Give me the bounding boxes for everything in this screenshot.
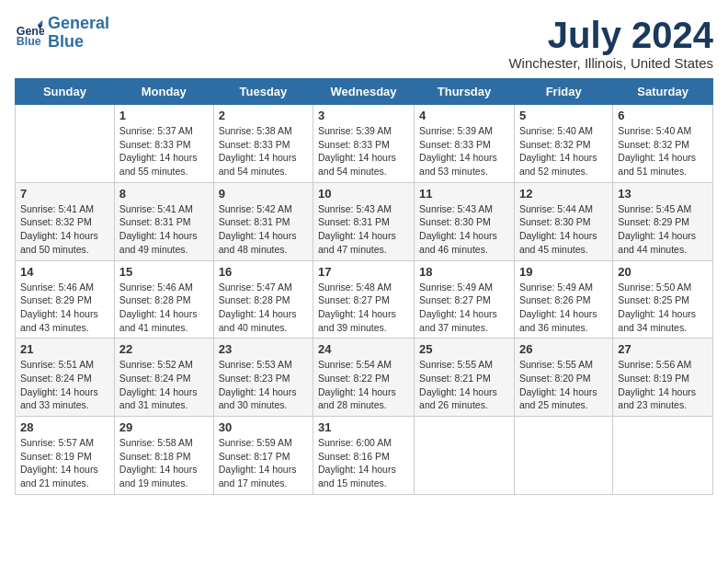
calendar-cell [16, 105, 115, 183]
calendar-cell [415, 417, 515, 495]
calendar-cell: 28Sunrise: 5:57 AM Sunset: 8:19 PM Dayli… [16, 417, 115, 495]
calendar-cell: 18Sunrise: 5:49 AM Sunset: 8:27 PM Dayli… [415, 260, 515, 339]
calendar-cell: 11Sunrise: 5:43 AM Sunset: 8:30 PM Dayli… [415, 182, 515, 260]
calendar-cell: 2Sunrise: 5:38 AM Sunset: 8:33 PM Daylig… [213, 105, 313, 183]
weekday-header-sunday: Sunday [16, 79, 115, 105]
logo-text: General Blue [48, 15, 109, 52]
cell-day-info: Sunrise: 5:55 AM Sunset: 8:21 PM Dayligh… [419, 358, 509, 412]
calendar-cell: 15Sunrise: 5:46 AM Sunset: 8:28 PM Dayli… [114, 260, 213, 339]
calendar-cell: 26Sunrise: 5:55 AM Sunset: 8:20 PM Dayli… [514, 339, 612, 417]
cell-day-info: Sunrise: 5:39 AM Sunset: 8:33 PM Dayligh… [318, 124, 409, 178]
cell-day-number: 22 [119, 342, 209, 356]
calendar-cell: 13Sunrise: 5:45 AM Sunset: 8:29 PM Dayli… [613, 182, 713, 260]
cell-day-number: 19 [519, 265, 608, 279]
calendar-cell: 7Sunrise: 5:41 AM Sunset: 8:32 PM Daylig… [16, 182, 115, 260]
cell-day-number: 13 [618, 187, 708, 201]
cell-day-number: 25 [419, 342, 509, 356]
cell-day-info: Sunrise: 5:49 AM Sunset: 8:27 PM Dayligh… [419, 281, 509, 335]
calendar-cell: 30Sunrise: 5:59 AM Sunset: 8:17 PM Dayli… [213, 417, 313, 495]
cell-day-number: 5 [519, 109, 608, 122]
cell-day-number: 11 [419, 187, 509, 201]
cell-day-number: 28 [20, 420, 109, 434]
calendar-table: SundayMondayTuesdayWednesdayThursdayFrid… [15, 78, 713, 495]
logo-line1: General [48, 14, 109, 32]
cell-day-info: Sunrise: 5:54 AM Sunset: 8:22 PM Dayligh… [318, 358, 409, 412]
calendar-cell: 9Sunrise: 5:42 AM Sunset: 8:31 PM Daylig… [213, 182, 313, 260]
cell-day-number: 18 [419, 265, 509, 279]
cell-day-info: Sunrise: 5:48 AM Sunset: 8:27 PM Dayligh… [318, 281, 409, 335]
calendar-cell: 31Sunrise: 6:00 AM Sunset: 8:16 PM Dayli… [313, 417, 415, 495]
cell-day-info: Sunrise: 5:53 AM Sunset: 8:23 PM Dayligh… [219, 358, 308, 412]
calendar-cell: 27Sunrise: 5:56 AM Sunset: 8:19 PM Dayli… [613, 339, 713, 417]
cell-day-number: 27 [618, 342, 708, 356]
cell-day-info: Sunrise: 5:39 AM Sunset: 8:33 PM Dayligh… [419, 124, 509, 178]
calendar-cell [613, 417, 713, 495]
week-row-4: 21Sunrise: 5:51 AM Sunset: 8:24 PM Dayli… [16, 339, 713, 417]
cell-day-number: 1 [119, 109, 209, 122]
cell-day-info: Sunrise: 5:41 AM Sunset: 8:32 PM Dayligh… [20, 202, 109, 257]
title-block: July 2024 Winchester, Illinois, United S… [508, 15, 713, 71]
cell-day-info: Sunrise: 5:43 AM Sunset: 8:31 PM Dayligh… [318, 202, 409, 257]
cell-day-number: 17 [318, 265, 409, 279]
calendar-cell: 5Sunrise: 5:40 AM Sunset: 8:32 PM Daylig… [514, 105, 612, 183]
calendar-cell: 3Sunrise: 5:39 AM Sunset: 8:33 PM Daylig… [313, 105, 415, 183]
weekday-header-friday: Friday [514, 79, 612, 105]
calendar-cell: 20Sunrise: 5:50 AM Sunset: 8:25 PM Dayli… [613, 260, 713, 339]
cell-day-info: Sunrise: 5:40 AM Sunset: 8:32 PM Dayligh… [618, 124, 708, 178]
cell-day-number: 8 [119, 187, 209, 201]
cell-day-number: 29 [119, 420, 209, 434]
cell-day-info: Sunrise: 5:46 AM Sunset: 8:28 PM Dayligh… [119, 281, 209, 335]
cell-day-info: Sunrise: 5:56 AM Sunset: 8:19 PM Dayligh… [618, 358, 708, 412]
cell-day-number: 7 [20, 187, 109, 201]
cell-day-number: 26 [519, 342, 608, 356]
cell-day-info: Sunrise: 5:59 AM Sunset: 8:17 PM Dayligh… [219, 436, 308, 490]
calendar-cell: 14Sunrise: 5:46 AM Sunset: 8:29 PM Dayli… [16, 260, 115, 339]
cell-day-info: Sunrise: 5:51 AM Sunset: 8:24 PM Dayligh… [20, 358, 109, 412]
cell-day-number: 20 [618, 265, 708, 279]
calendar-cell: 24Sunrise: 5:54 AM Sunset: 8:22 PM Dayli… [313, 339, 415, 417]
calendar-cell: 22Sunrise: 5:52 AM Sunset: 8:24 PM Dayli… [114, 339, 213, 417]
calendar-cell: 19Sunrise: 5:49 AM Sunset: 8:26 PM Dayli… [514, 260, 612, 339]
calendar-cell: 1Sunrise: 5:37 AM Sunset: 8:33 PM Daylig… [114, 105, 213, 183]
cell-day-info: Sunrise: 5:45 AM Sunset: 8:29 PM Dayligh… [618, 202, 708, 257]
logo-line2: Blue [48, 32, 84, 51]
cell-day-info: Sunrise: 5:38 AM Sunset: 8:33 PM Dayligh… [219, 124, 308, 178]
cell-day-info: Sunrise: 5:55 AM Sunset: 8:20 PM Dayligh… [519, 358, 608, 412]
cell-day-number: 2 [219, 109, 308, 122]
cell-day-info: Sunrise: 5:57 AM Sunset: 8:19 PM Dayligh… [20, 436, 109, 490]
calendar-cell: 25Sunrise: 5:55 AM Sunset: 8:21 PM Dayli… [415, 339, 515, 417]
calendar-cell: 29Sunrise: 5:58 AM Sunset: 8:18 PM Dayli… [114, 417, 213, 495]
cell-day-number: 6 [618, 109, 708, 122]
cell-day-info: Sunrise: 5:52 AM Sunset: 8:24 PM Dayligh… [119, 358, 209, 412]
cell-day-info: Sunrise: 5:50 AM Sunset: 8:25 PM Dayligh… [618, 281, 708, 335]
calendar-cell: 10Sunrise: 5:43 AM Sunset: 8:31 PM Dayli… [313, 182, 415, 260]
cell-day-number: 12 [519, 187, 608, 201]
calendar-cell: 6Sunrise: 5:40 AM Sunset: 8:32 PM Daylig… [613, 105, 713, 183]
header: General Blue General Blue July 2024 Winc… [15, 15, 713, 71]
cell-day-number: 16 [219, 265, 308, 279]
cell-day-number: 3 [318, 109, 409, 122]
svg-text:Blue: Blue [17, 35, 41, 48]
cell-day-info: Sunrise: 5:42 AM Sunset: 8:31 PM Dayligh… [219, 202, 308, 257]
weekday-header-monday: Monday [114, 79, 213, 105]
calendar-cell: 23Sunrise: 5:53 AM Sunset: 8:23 PM Dayli… [213, 339, 313, 417]
cell-day-info: Sunrise: 6:00 AM Sunset: 8:16 PM Dayligh… [318, 436, 409, 490]
cell-day-number: 24 [318, 342, 409, 356]
logo-icon: General Blue [15, 18, 44, 48]
calendar-cell: 21Sunrise: 5:51 AM Sunset: 8:24 PM Dayli… [16, 339, 115, 417]
calendar-cell [514, 417, 612, 495]
calendar-cell: 17Sunrise: 5:48 AM Sunset: 8:27 PM Dayli… [313, 260, 415, 339]
cell-day-number: 21 [20, 342, 109, 356]
cell-day-info: Sunrise: 5:40 AM Sunset: 8:32 PM Dayligh… [519, 124, 608, 178]
cell-day-info: Sunrise: 5:49 AM Sunset: 8:26 PM Dayligh… [519, 281, 608, 335]
cell-day-info: Sunrise: 5:47 AM Sunset: 8:28 PM Dayligh… [219, 281, 308, 335]
calendar-cell: 8Sunrise: 5:41 AM Sunset: 8:31 PM Daylig… [114, 182, 213, 260]
week-row-1: 1Sunrise: 5:37 AM Sunset: 8:33 PM Daylig… [16, 105, 713, 183]
week-row-2: 7Sunrise: 5:41 AM Sunset: 8:32 PM Daylig… [16, 182, 713, 260]
calendar-cell: 16Sunrise: 5:47 AM Sunset: 8:28 PM Dayli… [213, 260, 313, 339]
cell-day-info: Sunrise: 5:46 AM Sunset: 8:29 PM Dayligh… [20, 281, 109, 335]
cell-day-number: 15 [119, 265, 209, 279]
week-row-5: 28Sunrise: 5:57 AM Sunset: 8:19 PM Dayli… [16, 417, 713, 495]
weekday-header-row: SundayMondayTuesdayWednesdayThursdayFrid… [16, 79, 713, 105]
weekday-header-saturday: Saturday [613, 79, 713, 105]
